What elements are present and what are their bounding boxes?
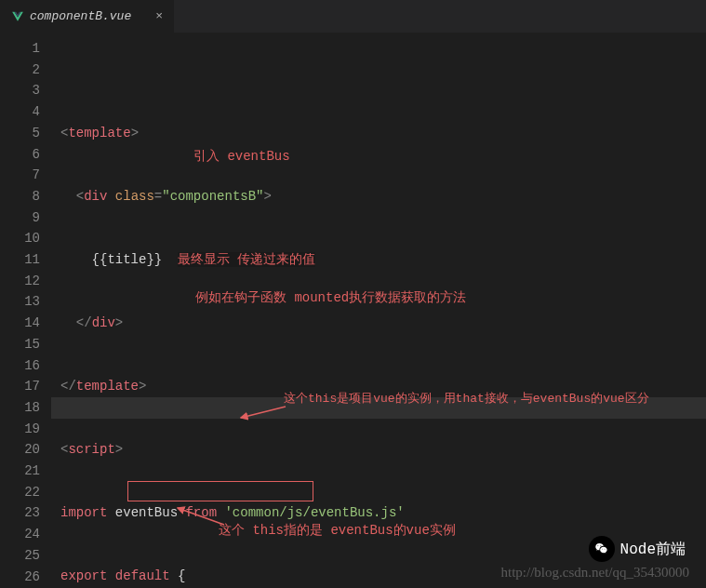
line-gutter: 1234567891011121314151617181920212223242… [0,33,51,588]
tab-bar: componentB.vue × [0,0,706,33]
annotation-final-display: 最终显示 传递过来的值 [178,252,315,267]
annotation-import-eventbus: 引入 eventBus [193,146,290,167]
badge-text: Node前端 [620,540,686,559]
file-tab[interactable]: componentB.vue × [0,0,174,33]
highlight-box-comment [127,481,313,501]
code-content[interactable]: <template> <div class="componentsB"> {{t… [51,33,706,588]
annotation-mounted: 例如在钩子函数 mounted执行数据获取的方法 [195,287,466,309]
wechat-badge: Node前端 [589,536,686,562]
tab-filename: componentB.vue [30,9,131,23]
wechat-icon [589,536,615,562]
close-icon[interactable]: × [155,9,163,23]
vue-icon [11,10,24,23]
editor-area[interactable]: 1234567891011121314151617181920212223242… [0,33,706,588]
